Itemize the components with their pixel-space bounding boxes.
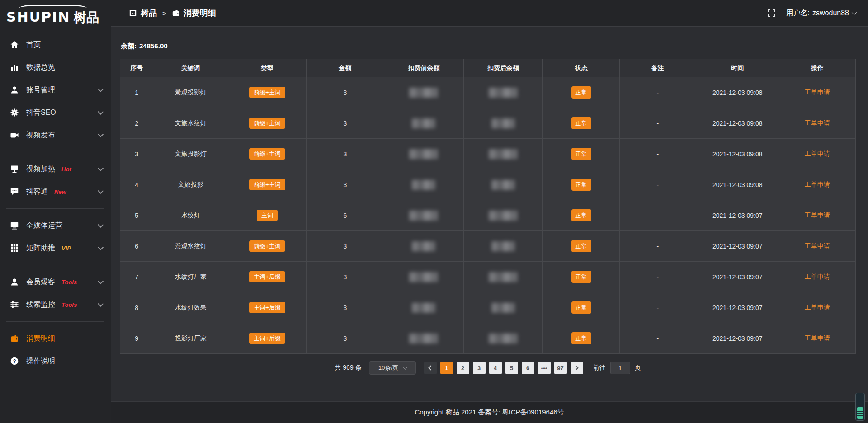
cell-keyword: 景观水纹灯 (153, 231, 228, 262)
chevron-down-icon (98, 222, 104, 228)
floating-side-widget[interactable] (855, 393, 865, 421)
next-page-button[interactable] (571, 362, 583, 374)
logo-text-cn: 树品 (74, 9, 99, 26)
chevron-down-icon (98, 301, 104, 307)
work-order-link[interactable]: 工单申请 (805, 273, 830, 280)
screen-brush-icon (10, 164, 19, 174)
column-header: 操作 (779, 59, 855, 77)
sidebar-item-member-burst[interactable]: 会员爆客Tools (0, 271, 111, 293)
sidebar-item-label: 消费明细 (26, 334, 55, 343)
page-button-1[interactable]: 1 (440, 362, 453, 374)
cell-pre-balance (384, 200, 464, 231)
status-badge: 正常 (571, 117, 591, 129)
monitor-icon (10, 221, 19, 230)
goto-unit: 页 (635, 364, 641, 372)
cell-amount: 3 (306, 323, 384, 354)
sidebar-item-all-media[interactable]: 全媒体运营 (0, 214, 111, 237)
column-header: 状态 (543, 59, 619, 77)
sidebar-item-label: 会员爆客 (26, 277, 55, 287)
copyright-text: Copyright 树品 2021 备案号: 粤ICP备09019646号 (415, 408, 564, 417)
cell-amount: 3 (306, 262, 384, 292)
cell-keyword: 景观投影灯 (153, 77, 228, 108)
page-button-6[interactable]: 6 (522, 362, 534, 374)
username: zswodun88 (812, 9, 849, 17)
goto-page-input[interactable] (610, 362, 630, 374)
cell-time: 2021-12-03 09:08 (696, 139, 779, 169)
sidebar-item-label: 抖客通 (26, 187, 48, 197)
page-button-2[interactable]: 2 (457, 362, 469, 374)
sidebar-item-douketong[interactable]: 抖客通New (0, 180, 111, 203)
page-button-3[interactable]: 3 (473, 362, 486, 374)
table-row: 3文旅投影灯前缀+主词3正常-2021-12-03 09:08工单申请 (120, 139, 856, 169)
pagination: 共 969 条 10条/页 123456•••97 前往 页 (120, 361, 856, 375)
cell-type: 前缀+主词 (228, 169, 306, 200)
work-order-link[interactable]: 工单申请 (805, 304, 830, 311)
blurred-post-balance (489, 211, 518, 221)
blurred-post-balance (489, 88, 518, 98)
sidebar-item-account-manage[interactable]: 账号管理 (0, 79, 111, 101)
cell-keyword: 水纹灯厂家 (153, 262, 228, 292)
sidebar-item-label: 全媒体运营 (26, 221, 62, 230)
cell-type: 前缀+主词 (228, 108, 306, 139)
sidebar-item-label: 抖音SEO (26, 108, 56, 118)
page-size-select[interactable]: 10条/页 (369, 361, 416, 375)
cell-remark: - (619, 108, 696, 139)
cell-status: 正常 (543, 262, 619, 292)
breadcrumb-separator: > (162, 9, 166, 17)
table-row: 4文旅投影前缀+主词3正常-2021-12-03 09:08工单申请 (120, 169, 856, 200)
work-order-link[interactable]: 工单申请 (805, 212, 830, 219)
breadcrumb-root[interactable]: 树品 (129, 8, 157, 19)
work-order-link[interactable]: 工单申请 (805, 334, 830, 342)
work-order-link[interactable]: 工单申请 (805, 150, 830, 157)
cell-remark: - (619, 200, 696, 231)
consumption-table: 序号关键词类型金额扣费前余额扣费后余额状态备注时间操作 1景观投影灯前缀+主词3… (120, 59, 856, 354)
prev-page-button[interactable] (424, 362, 437, 374)
sidebar-item-video-heat[interactable]: 视频加热Hot (0, 158, 111, 180)
page-button-4[interactable]: 4 (489, 362, 502, 374)
content-area: 余额:24856.00 序号关键词类型金额扣费前余额扣费后余额状态备注时间操作 … (111, 27, 868, 401)
table-row: 5水纹灯主词6正常-2021-12-03 09:07工单申请 (120, 200, 856, 231)
work-order-link[interactable]: 工单申请 (805, 181, 830, 188)
status-badge: 正常 (571, 332, 591, 344)
sidebar-item-tag: New (54, 188, 66, 195)
cell-post-balance (463, 77, 543, 108)
sidebar-item-home[interactable]: 首页 (0, 33, 111, 56)
fullscreen-icon[interactable] (767, 9, 776, 18)
sidebar-item-tag: Tools (61, 301, 77, 308)
balance-value: 24856.00 (139, 42, 168, 50)
cell-status: 正常 (543, 77, 619, 108)
sidebar-item-data-overview[interactable]: 数据总览 (0, 56, 111, 79)
work-order-link[interactable]: 工单申请 (805, 119, 830, 127)
sidebar-item-douyin-seo[interactable]: 抖音SEO (0, 101, 111, 124)
sidebar-divider (6, 321, 104, 322)
cell-remark: - (619, 323, 696, 354)
sidebar-item-operation-guide[interactable]: ?操作说明 (0, 350, 111, 372)
sidebar-item-consume-detail[interactable]: 消费明细 (0, 327, 111, 350)
sidebar-item-matrix-boost[interactable]: 矩阵助推VIP (0, 237, 111, 259)
cell-status: 正常 (543, 292, 619, 323)
cell-amount: 3 (306, 231, 384, 262)
column-header: 备注 (619, 59, 696, 77)
blurred-pre-balance (412, 303, 435, 313)
sidebar-item-clue-monitor[interactable]: 线索监控Tools (0, 293, 111, 316)
user-dropdown[interactable]: 用户名: zswodun88 (786, 9, 855, 18)
page-button-5[interactable]: 5 (505, 362, 518, 374)
blurred-post-balance (491, 118, 515, 128)
sidebar-divider (6, 208, 104, 209)
cell-keyword: 水纹灯 (153, 200, 228, 231)
status-badge: 正常 (571, 148, 591, 160)
more-pages-button[interactable]: ••• (538, 362, 551, 374)
status-badge: 正常 (571, 179, 591, 191)
cell-time: 2021-12-03 09:08 (696, 108, 779, 139)
work-order-link[interactable]: 工单申请 (805, 89, 830, 96)
type-badge: 前缀+主词 (249, 118, 285, 129)
video-icon (10, 131, 19, 140)
cell-index: 7 (120, 262, 153, 292)
type-badge: 前缀+主词 (249, 87, 285, 98)
blurred-post-balance (491, 303, 515, 313)
sidebar-item-video-publish[interactable]: 视频发布 (0, 124, 111, 146)
work-order-link[interactable]: 工单申请 (805, 242, 830, 249)
type-badge: 前缀+主词 (249, 240, 285, 252)
cell-post-balance (463, 231, 543, 262)
page-button-97[interactable]: 97 (554, 362, 567, 374)
